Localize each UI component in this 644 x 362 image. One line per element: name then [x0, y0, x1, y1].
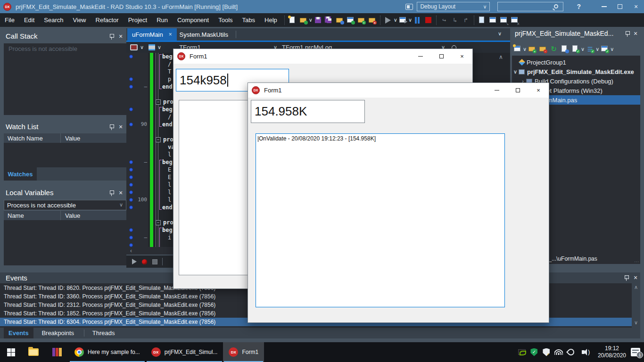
minimize-button[interactable] [596, 0, 612, 13]
menu-file[interactable]: File [0, 13, 19, 27]
chevron-down-icon[interactable]: ∨ [483, 4, 487, 10]
antivirus-shield-icon[interactable]: ✓ [529, 347, 539, 357]
macro-stop-icon[interactable] [152, 259, 157, 264]
scroll-up-icon[interactable]: ∧ [632, 284, 640, 290]
pm-refresh-icon[interactable]: ↻ [549, 44, 559, 54]
save-icon[interactable] [313, 16, 323, 25]
winrar-button[interactable] [45, 342, 69, 362]
pm-new-icon[interactable] [512, 44, 522, 54]
pin-icon[interactable] [108, 124, 115, 131]
mask-edit-input[interactable]: 154.958K [251, 100, 365, 123]
tab-watches[interactable]: Watches [4, 167, 37, 181]
breakpoint-dot[interactable] [129, 243, 133, 247]
minimize-button[interactable] [487, 83, 507, 98]
close-file-icon[interactable] [335, 16, 345, 25]
action-center-icon[interactable]: 1 [631, 348, 640, 356]
menu-refactor[interactable]: Refactor [91, 13, 124, 27]
tab-list-chevron-icon[interactable]: ∨ [498, 31, 502, 37]
menu-tabs[interactable]: Tabs [238, 13, 260, 27]
new-items-icon[interactable] [288, 16, 297, 25]
breakpoint-dot[interactable] [129, 175, 133, 179]
column-divider[interactable] [60, 211, 61, 220]
fold-collapse-icon[interactable]: − [156, 220, 161, 225]
volume-icon[interactable] [578, 347, 588, 357]
run-icon[interactable] [383, 16, 393, 25]
breakpoint-dot[interactable] [129, 190, 133, 194]
close-icon[interactable]: × [634, 30, 637, 37]
resize-grip[interactable]: ... [634, 258, 639, 263]
chevron-down-icon[interactable]: ∨ [408, 17, 412, 23]
refresh-icon[interactable] [346, 16, 355, 25]
satellite-tray-icon[interactable] [566, 347, 576, 357]
defender-warning-icon[interactable] [541, 347, 552, 357]
local-variables-dropdown[interactable]: Process is not accessible∨ [4, 200, 126, 210]
pm-add-icon[interactable]: + [527, 44, 537, 54]
maximize-button[interactable] [612, 0, 628, 13]
macro-record-icon[interactable] [142, 259, 147, 264]
chevron-down-icon[interactable]: ∨ [595, 46, 599, 52]
breakpoint-dot[interactable] [129, 228, 133, 232]
methods-list-icon[interactable] [149, 44, 155, 50]
chevron-down-icon[interactable]: ∨ [394, 17, 397, 23]
view-window-icon[interactable] [488, 16, 498, 25]
chevron-down-icon[interactable]: ∨ [119, 202, 123, 208]
close-icon[interactable]: × [119, 189, 123, 196]
log-memo[interactable]: OnValidate - 20/08/2020 19:12:23 - [154.… [256, 133, 505, 307]
pm-run-icon[interactable]: ✓ [600, 44, 610, 54]
class-explorer-icon[interactable] [130, 44, 138, 50]
chevron-down-icon[interactable]: ∨ [610, 46, 614, 52]
close-icon[interactable]: × [119, 123, 123, 130]
watch-list-body[interactable] [4, 143, 126, 167]
breakpoint-dot[interactable] [129, 77, 133, 81]
menu-edit[interactable]: Edit [19, 13, 39, 27]
breakpoint-dot[interactable] [129, 168, 133, 172]
close-button[interactable]: × [628, 0, 644, 13]
local-variables-body[interactable] [4, 220, 126, 265]
menu-search[interactable]: Search [39, 13, 68, 27]
close-window-icon[interactable]: x [510, 16, 520, 25]
breakpoint-dot[interactable] [129, 198, 133, 202]
close-button[interactable]: × [452, 49, 472, 64]
trace-into-icon[interactable]: ↳ [450, 16, 460, 25]
chevron-down-icon[interactable]: ∨ [581, 46, 585, 52]
fold-collapse-icon[interactable]: − [156, 99, 161, 105]
column-value[interactable]: Value [65, 212, 80, 219]
menu-view[interactable]: View [68, 13, 91, 27]
step-over-icon[interactable]: ↪ [439, 16, 449, 25]
desktop-layout-combo[interactable]: Debug Layout ∨ [417, 2, 490, 11]
events-scrollbar[interactable]: ∧ ∨ [632, 283, 640, 328]
pm-remove-icon[interactable]: - [538, 44, 548, 54]
open-file-icon[interactable] [298, 16, 308, 25]
tab-uformmain[interactable]: uFormMain× [127, 28, 177, 41]
scroll-down-icon[interactable]: ∨ [632, 320, 640, 326]
menu-tools[interactable]: Tools [214, 13, 237, 27]
tab-breakpoints[interactable]: Breakpoints [37, 328, 79, 338]
save-all-icon[interactable] [324, 16, 334, 25]
taskbar-button-here-my-sample-fo-[interactable]: Here my sample fo... [69, 342, 146, 362]
wifi-icon[interactable] [553, 347, 564, 357]
taskbar-clock[interactable]: 19:12 20/08/2020 [598, 345, 626, 359]
pm-build-icon[interactable]: ✓ [570, 44, 580, 54]
form-titlebar[interactable]: DX Form1 × [248, 83, 549, 98]
breakpoint-dot[interactable] [129, 160, 133, 164]
remove-from-project-icon[interactable]: x [367, 16, 377, 25]
menu-component[interactable]: Component [173, 13, 214, 27]
breakpoint-dot[interactable] [129, 123, 133, 126]
tree-item[interactable]: ∨prjFMX_Edit_Simulate_MaskEdit.exe [512, 67, 640, 76]
menu-run[interactable]: Run [152, 13, 173, 27]
tree-expander-icon[interactable]: ∨ [512, 69, 519, 75]
pin-icon[interactable] [108, 33, 115, 40]
pin-icon[interactable] [108, 190, 115, 197]
column-name[interactable]: Name [4, 212, 24, 219]
macro-play-icon[interactable] [132, 259, 137, 264]
breakpoint-dot[interactable] [129, 85, 133, 89]
close-icon[interactable]: × [119, 33, 123, 40]
breakpoint-dot[interactable] [129, 236, 133, 239]
menu-project[interactable]: Project [124, 13, 152, 27]
window-list-icon[interactable]: ↘ [499, 16, 509, 25]
chevron-down-icon[interactable]: ∨ [140, 44, 144, 50]
breakpoint-dot[interactable] [129, 107, 133, 111]
pin-icon[interactable] [623, 275, 630, 281]
chevron-down-icon[interactable]: ∨ [309, 17, 313, 23]
tab-events[interactable]: Events [4, 328, 33, 338]
